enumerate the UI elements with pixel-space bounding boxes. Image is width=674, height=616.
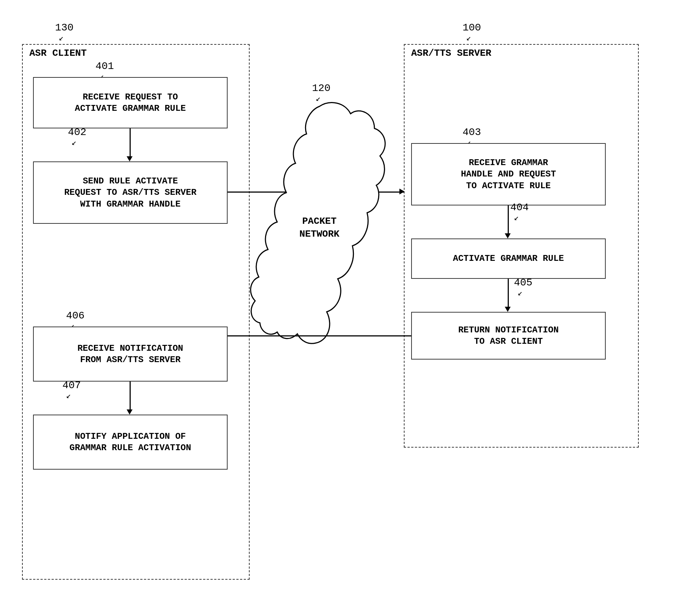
arrowhead-404-405	[505, 307, 511, 312]
ref-403: 403	[463, 127, 481, 138]
arrowhead-402-403	[399, 189, 405, 194]
arrow-404-405	[508, 279, 509, 308]
asr-server-label: ASR/TTS SERVER	[411, 48, 491, 59]
step-401-box: RECEIVE REQUEST TOACTIVATE GRAMMAR RULE	[33, 77, 228, 128]
step-403-text: RECEIVE GRAMMARHANDLE AND REQUESTTO ACTI…	[461, 157, 556, 192]
ref-405: 405	[514, 277, 532, 288]
ref-120: 120	[312, 83, 330, 94]
arrow-403-404	[508, 205, 509, 235]
arrowhead-401-402	[127, 156, 133, 161]
step-402-text: SEND RULE ACTIVATEREQUEST TO ASR/TTS SER…	[64, 175, 196, 210]
step-404-text: ACTIVATE GRAMMAR RULE	[453, 253, 564, 264]
ref-401: 401	[95, 61, 114, 72]
step-407-box: NOTIFY APPLICATION OFGRAMMAR RULE ACTIVA…	[33, 415, 228, 470]
arrow-401-402	[130, 128, 131, 158]
asr-client-label: ASR CLIENT	[29, 48, 87, 59]
ref-407: 407	[62, 380, 81, 391]
packet-network-cloud: PACKET NETWORK	[250, 95, 389, 352]
step-406-text: RECEIVE NOTIFICATIONFROM ASR/TTS SERVER	[77, 343, 183, 365]
arrow-406-407	[130, 382, 131, 411]
step-405-text: RETURN NOTIFICATIONTO ASR CLIENT	[458, 324, 559, 347]
step-407-text: NOTIFY APPLICATION OFGRAMMAR RULE ACTIVA…	[69, 431, 191, 453]
ref-130: 130	[55, 22, 73, 33]
step-404-box: ACTIVATE GRAMMAR RULE	[411, 238, 606, 279]
arrow-405-406	[228, 335, 411, 336]
svg-text:NETWORK: NETWORK	[299, 229, 340, 240]
ref-406: 406	[66, 310, 84, 321]
arrowhead-406-407	[127, 409, 133, 415]
step-405-box: RETURN NOTIFICATIONTO ASR CLIENT	[411, 312, 606, 360]
arrowhead-403-404	[505, 233, 511, 238]
step-401-text: RECEIVE REQUEST TOACTIVATE GRAMMAR RULE	[75, 91, 186, 114]
step-406-box: RECEIVE NOTIFICATIONFROM ASR/TTS SERVER	[33, 327, 228, 382]
ref-100: 100	[463, 22, 481, 33]
ref-402: 402	[68, 127, 86, 138]
diagram-container: 100 ↙ 130 ↙ ASR CLIENT ASR/TTS SERVER 40…	[15, 22, 659, 602]
svg-text:PACKET: PACKET	[302, 216, 337, 227]
step-403-box: RECEIVE GRAMMARHANDLE AND REQUESTTO ACTI…	[411, 143, 606, 205]
step-402-box: SEND RULE ACTIVATEREQUEST TO ASR/TTS SER…	[33, 161, 228, 224]
ref-404: 404	[510, 202, 529, 213]
